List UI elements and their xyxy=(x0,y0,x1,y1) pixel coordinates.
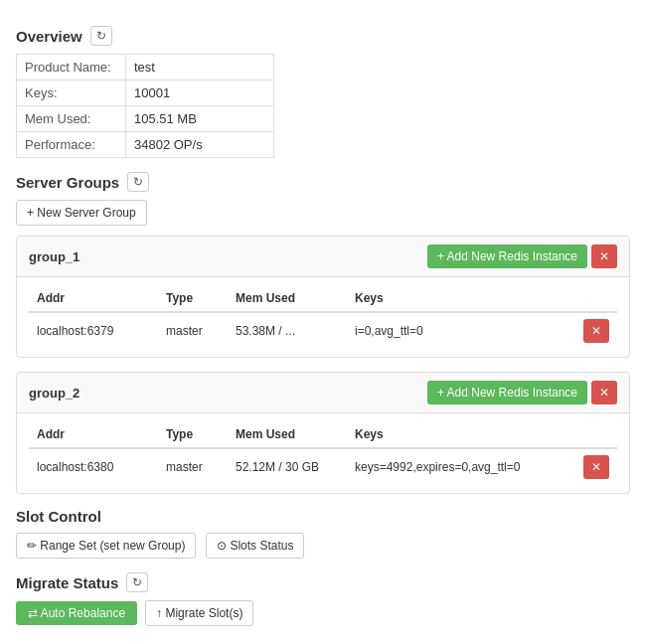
overview-value: 105.51 MB xyxy=(126,106,274,132)
group-name: group_2 xyxy=(29,386,80,401)
delete-group-button[interactable]: ✕ xyxy=(591,381,617,404)
overview-label: Product Name: xyxy=(17,55,126,80)
instance-col-header: Mem Used xyxy=(228,421,347,448)
group-header: group_2+ Add New Redis Instance✕ xyxy=(17,373,629,413)
group-header-actions: + Add New Redis Instance✕ xyxy=(427,244,617,268)
overview-label: Mem Used: xyxy=(17,106,126,132)
overview-value: 10001 xyxy=(126,80,274,106)
group-card: group_1+ Add New Redis Instance✕AddrType… xyxy=(16,236,630,358)
instance-table: AddrTypeMem UsedKeyslocalhost:6380master… xyxy=(29,421,617,485)
instance-col-header: Type xyxy=(158,421,228,448)
instance-table-header-row: AddrTypeMem UsedKeys xyxy=(29,421,617,448)
slots-status-button[interactable]: ⊙ Slots Status xyxy=(206,533,304,559)
instance-col-header: Keys xyxy=(347,285,575,312)
migrate-status-refresh-button[interactable]: ↻ xyxy=(126,572,148,592)
migrate-slot-button[interactable]: ↑ Migrate Slot(s) xyxy=(145,600,253,626)
migrate-status-header: Migrate Status ↻ xyxy=(16,572,630,592)
instance-keys: i=0,avg_ttl=0 xyxy=(347,312,575,349)
overview-row: Keys:10001 xyxy=(17,80,274,106)
overview-value: 34802 OP/s xyxy=(126,132,274,158)
instance-keys: keys=4992,expires=0,avg_ttl=0 xyxy=(347,448,575,485)
new-server-group-button[interactable]: + New Server Group xyxy=(16,200,147,226)
instance-col-header: Addr xyxy=(29,421,158,448)
instance-row: localhost:6380master52.12M / 30 GBkeys=4… xyxy=(29,448,617,485)
range-set-button[interactable]: ✏ Range Set (set new Group) xyxy=(16,533,196,559)
server-groups-section-header: Server Groups ↻ xyxy=(16,172,630,192)
overview-title: Overview xyxy=(16,28,82,45)
instance-col-header: Mem Used xyxy=(228,285,347,312)
overview-table: Product Name:testKeys:10001Mem Used:105.… xyxy=(16,54,274,158)
groups-container: group_1+ Add New Redis Instance✕AddrType… xyxy=(16,236,630,494)
instance-col-header: Type xyxy=(158,285,228,312)
instance-action-col-header xyxy=(575,285,617,312)
slot-control-title: Slot Control xyxy=(16,508,101,525)
delete-instance-button[interactable]: ✕ xyxy=(583,455,609,479)
overview-label: Keys: xyxy=(17,80,126,106)
add-redis-instance-button[interactable]: + Add New Redis Instance xyxy=(427,244,587,268)
slot-control-section: Slot Control ✏ Range Set (set new Group)… xyxy=(16,508,630,559)
add-redis-instance-button[interactable]: + Add New Redis Instance xyxy=(427,381,587,404)
instance-row: localhost:6379master53.38M / ...i=0,avg_… xyxy=(29,312,617,349)
migrate-section: Migrate Status ↻ ⇄ Auto Rebalance ↑ Migr… xyxy=(16,572,630,626)
overview-row: Product Name:test xyxy=(17,55,274,80)
overview-label: Performace: xyxy=(17,132,126,158)
auto-rebalance-button[interactable]: ⇄ Auto Rebalance xyxy=(16,601,137,625)
overview-row: Performace:34802 OP/s xyxy=(17,132,274,158)
server-groups-title: Server Groups xyxy=(16,174,119,191)
instance-action-col-header xyxy=(575,421,617,448)
instance-col-header: Keys xyxy=(347,421,575,448)
instance-table-wrap: AddrTypeMem UsedKeyslocalhost:6379master… xyxy=(17,277,629,357)
overview-section-header: Overview ↻ xyxy=(16,26,630,46)
group-header-actions: + Add New Redis Instance✕ xyxy=(427,381,617,404)
migrate-actions: ⇄ Auto Rebalance ↑ Migrate Slot(s) xyxy=(16,600,630,626)
overview-refresh-button[interactable]: ↻ xyxy=(90,26,112,46)
delete-group-button[interactable]: ✕ xyxy=(591,244,617,268)
instance-mem-used: 52.12M / 30 GB xyxy=(228,448,347,485)
overview-row: Mem Used:105.51 MB xyxy=(17,106,274,132)
group-name: group_1 xyxy=(29,249,80,264)
instance-addr: localhost:6379 xyxy=(29,312,158,349)
instance-mem-used: 53.38M / ... xyxy=(228,312,347,349)
instance-type: master xyxy=(158,312,228,349)
overview-value: test xyxy=(126,55,274,80)
instance-table: AddrTypeMem UsedKeyslocalhost:6379master… xyxy=(29,285,617,349)
instance-table-wrap: AddrTypeMem UsedKeyslocalhost:6380master… xyxy=(17,413,629,493)
server-groups-refresh-button[interactable]: ↻ xyxy=(127,172,149,192)
group-card: group_2+ Add New Redis Instance✕AddrType… xyxy=(16,372,630,494)
delete-instance-button[interactable]: ✕ xyxy=(583,319,609,343)
migrate-status-title: Migrate Status xyxy=(16,574,118,591)
instance-col-header: Addr xyxy=(29,285,158,312)
instance-addr: localhost:6380 xyxy=(29,448,158,485)
instance-type: master xyxy=(158,448,228,485)
slot-control-header: Slot Control xyxy=(16,508,630,525)
instance-table-header-row: AddrTypeMem UsedKeys xyxy=(29,285,617,312)
group-header: group_1+ Add New Redis Instance✕ xyxy=(17,237,629,277)
